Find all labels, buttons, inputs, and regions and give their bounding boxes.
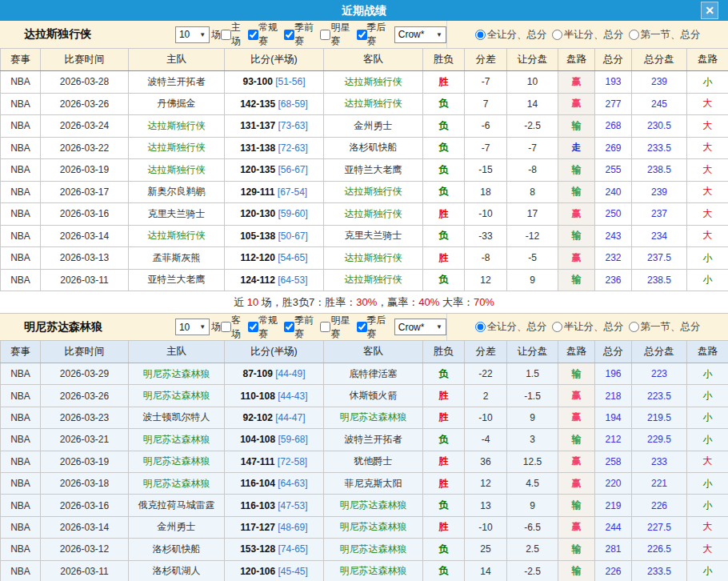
odds-mode-option[interactable]: 第一节、总分 — [629, 28, 701, 42]
cell-date: 2026-03-17 — [41, 181, 129, 203]
cell-score: 92-102 [44-47] — [225, 407, 324, 428]
radio-第一节、总分[interactable] — [629, 322, 639, 332]
cell-away-team: 明尼苏达森林狼 — [324, 560, 423, 581]
cell-handicap-line: 8 — [507, 181, 558, 203]
cell-result: 负 — [423, 225, 465, 247]
cell-handicap-result: 赢 — [558, 407, 595, 428]
cell-total-points: 236 — [595, 269, 632, 291]
cell-home-team: 洛杉矶快船 — [129, 539, 225, 560]
column-header: 分差 — [465, 341, 507, 363]
cell-score: 120-106 [45-45] — [225, 560, 324, 581]
bookmaker-select[interactable]: Crow* ▼ — [394, 319, 446, 335]
cell-league: NBA — [1, 115, 41, 138]
checkbox-常规赛[interactable] — [248, 30, 258, 40]
odds-mode-option[interactable]: 半让分、总分 — [552, 320, 624, 334]
cell-date: 2026-03-18 — [41, 472, 129, 494]
radio-第一节、总分[interactable] — [629, 30, 639, 40]
cell-result: 胜 — [423, 407, 465, 428]
cell-date: 2026-03-23 — [41, 407, 129, 428]
checkbox-明星赛[interactable] — [320, 322, 330, 332]
filter-checkbox-option[interactable]: 主场 — [221, 21, 248, 48]
cell-away-team: 底特律活塞 — [324, 363, 423, 385]
radio-label: 第一节、总分 — [641, 28, 701, 42]
games-count-select[interactable]: 10 ▼ — [175, 26, 210, 43]
cell-total-line: 237 — [632, 203, 687, 226]
cell-result: 胜 — [423, 203, 465, 226]
cell-handicap-line: 9 — [507, 495, 558, 516]
cell-handicap-result: 输 — [558, 181, 595, 203]
table-row: NBA2026-03-11亚特兰大老鹰124-112 [64-53]达拉斯独行侠… — [1, 269, 728, 291]
column-header: 让分盘 — [507, 341, 558, 363]
cell-over-under: 小 — [687, 385, 728, 407]
cell-score: 142-135 [68-59] — [225, 93, 324, 115]
filter-checkbox-option[interactable]: 季前赛 — [284, 21, 320, 48]
checkbox-季前赛[interactable] — [284, 322, 294, 332]
checkbox-主场[interactable] — [221, 30, 231, 40]
checkbox-季后赛[interactable] — [357, 30, 367, 40]
odds-mode-option[interactable]: 第一节、总分 — [629, 320, 701, 334]
games-unit-label: 场 — [211, 320, 221, 334]
table-row: NBA2026-03-14达拉斯独行侠105-138 [50-67]克里夫兰骑士… — [1, 225, 728, 247]
cell-date: 2026-03-28 — [41, 71, 129, 94]
table-row: NBA2026-03-28波特兰开拓者93-100 [51-56]达拉斯独行侠胜… — [1, 71, 728, 94]
cell-away-team: 达拉斯独行侠 — [324, 181, 423, 203]
filter-checkbox-option[interactable]: 季后赛 — [357, 314, 393, 341]
chevron-down-icon: ▼ — [436, 323, 442, 331]
cell-point-diff: 12 — [465, 472, 507, 494]
score-halftime: [72-58] — [278, 456, 307, 467]
checkbox-季后赛[interactable] — [357, 322, 367, 332]
games-count-value: 10 — [179, 322, 190, 333]
filter-checkbox-option[interactable]: 常规赛 — [248, 21, 284, 48]
cell-league: NBA — [1, 269, 41, 291]
radio-半让分、总分[interactable] — [552, 30, 562, 40]
filter-checkbox-option[interactable]: 明星赛 — [320, 314, 356, 341]
filter-checkbox-option[interactable]: 明星赛 — [320, 21, 356, 48]
cell-league: NBA — [1, 539, 41, 560]
results-table: 赛事比赛时间主队比分(半场)客队胜负分差让分盘盘路总分总分盘盘路 NBA2026… — [0, 340, 728, 581]
radio-全让分、总分[interactable] — [475, 30, 486, 40]
cell-over-under: 小 — [687, 560, 728, 581]
cell-handicap-result: 赢 — [558, 247, 595, 270]
radio-半让分、总分[interactable] — [552, 322, 562, 332]
cell-total-line: 221 — [632, 472, 687, 494]
cell-total-points: 232 — [595, 247, 632, 270]
score-fulltime: 131-138 — [240, 142, 275, 154]
cell-handicap-result: 输 — [558, 539, 595, 560]
cell-handicap-result: 赢 — [558, 385, 595, 407]
cell-handicap-result: 输 — [558, 225, 595, 247]
cell-date: 2026-03-13 — [41, 247, 129, 270]
odds-mode-option[interactable]: 全让分、总分 — [475, 28, 547, 42]
cell-point-diff: 36 — [465, 451, 507, 472]
cell-home-team: 明尼苏达森林狼 — [129, 451, 225, 472]
bookmaker-select[interactable]: Crow* ▼ — [394, 26, 446, 43]
cell-total-line: 233 — [632, 451, 687, 472]
checkbox-常规赛[interactable] — [248, 322, 258, 332]
close-icon[interactable]: ✕ — [701, 2, 718, 19]
filter-checkbox-option[interactable]: 季前赛 — [284, 314, 320, 341]
cell-score: 131-137 [73-63] — [225, 115, 324, 138]
radio-全让分、总分[interactable] — [475, 322, 486, 332]
dialog-titlebar: 近期战绩 ✕ — [0, 0, 728, 21]
table-row: NBA2026-03-24达拉斯独行侠131-137 [73-63]金州勇士负-… — [1, 115, 728, 138]
games-count-select[interactable]: 10 ▼ — [175, 319, 210, 335]
cell-total-line: 226.5 — [632, 539, 687, 560]
cell-away-team: 明尼苏达森林狼 — [324, 539, 423, 560]
checkbox-客场[interactable] — [221, 322, 231, 332]
checkbox-季前赛[interactable] — [284, 30, 294, 40]
filter-checkbox-option[interactable]: 季后赛 — [357, 21, 393, 48]
cell-score: 120-130 [59-60] — [225, 203, 324, 226]
score-fulltime: 104-108 — [240, 434, 275, 445]
odds-mode-option[interactable]: 半让分、总分 — [552, 28, 624, 42]
checkbox-明星赛[interactable] — [320, 30, 330, 40]
filter-checkbox-option[interactable]: 客场 — [221, 314, 248, 341]
dialog-title: 近期战绩 — [0, 0, 728, 21]
column-header: 总分 — [595, 341, 632, 363]
filter-checkbox-option[interactable]: 常规赛 — [248, 314, 284, 341]
filter-bar: 明尼苏达森林狼 10 ▼ 场 客场常规赛季前赛明星赛季后赛 Crow* ▼ 全让… — [0, 314, 728, 340]
column-header: 盘路 — [558, 341, 595, 363]
radio-label: 半让分、总分 — [564, 320, 624, 334]
column-header: 比分(半场) — [225, 49, 324, 71]
odds-mode-option[interactable]: 全让分、总分 — [475, 320, 547, 334]
cell-handicap-result: 赢 — [558, 203, 595, 226]
cell-home-team: 明尼苏达森林狼 — [129, 363, 225, 385]
